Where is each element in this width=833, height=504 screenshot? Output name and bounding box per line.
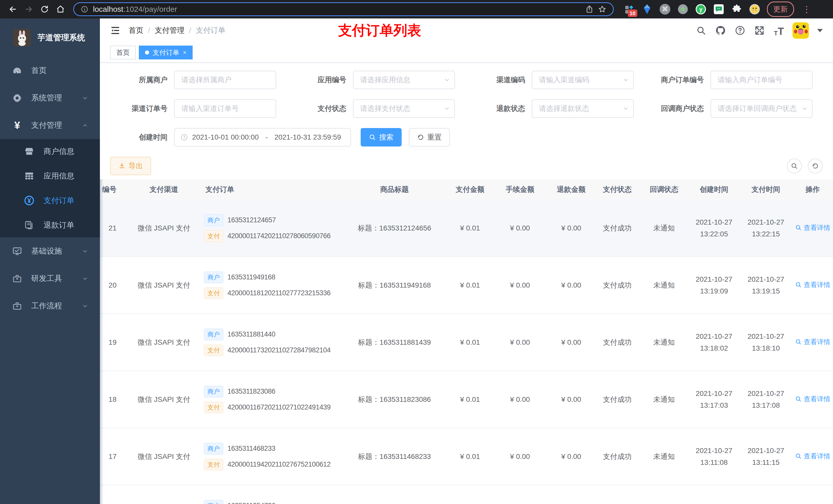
back-icon[interactable] <box>6 3 20 16</box>
channel-order-no: 4200001173202110272847982104 <box>228 346 330 354</box>
field-label: 退款状态 <box>468 104 532 114</box>
column-header: 创建时间 <box>688 185 740 194</box>
sidebar-item-merchant-info[interactable]: 商户信息 <box>0 139 100 164</box>
merchant-order-no: 1635311881440 <box>228 330 276 338</box>
date-range-picker[interactable]: 2021-10-01 00:00:00 - 2021-10-31 23:59:5… <box>174 128 351 146</box>
filter-channel-order-no: 渠道订单号 <box>110 99 283 118</box>
extensions-row: 10 ⌘ y 更新 ⋮ <box>623 2 827 17</box>
font-size-icon[interactable]: TT <box>773 25 785 37</box>
yen-circle-icon <box>24 195 35 206</box>
cell-channel: 微信 JSAPI 支付 <box>130 223 197 233</box>
merchant-input[interactable] <box>174 71 276 89</box>
cell-amount: ¥ 0.01 <box>448 338 492 346</box>
cell-actions: 查看详情 <box>791 338 833 347</box>
svg-text:y: y <box>699 6 703 13</box>
sidebar-item-system[interactable]: 系统管理 <box>0 84 100 112</box>
cell-fee: ¥ 0.00 <box>492 281 548 289</box>
merchant-order-no-input[interactable] <box>711 71 812 89</box>
github-icon[interactable] <box>715 25 727 37</box>
sidebar-item-workflow[interactable]: 工作流程 <box>0 292 100 320</box>
view-details-link[interactable]: 查看详情 <box>795 452 830 461</box>
breadcrumb-item[interactable]: 首页 <box>128 25 143 35</box>
cell-refund: ¥ 0.00 <box>548 224 594 232</box>
tab-label: 支付订单 <box>153 48 179 57</box>
cell-status: 支付成功 <box>594 394 640 404</box>
cell-title: 标题：1635312124656 <box>341 223 448 233</box>
url-bar[interactable]: localhost:1024/pay/order <box>73 2 614 16</box>
gem-extension-icon[interactable] <box>641 4 653 15</box>
app-id-select[interactable] <box>353 71 455 89</box>
browser-menu-icon[interactable]: ⋮ <box>802 4 811 14</box>
share-icon[interactable] <box>585 5 594 13</box>
sidebar-item-refund-order[interactable]: 退款订单 <box>0 213 100 237</box>
chat-extension-icon[interactable] <box>713 4 724 15</box>
tab-home[interactable]: 首页 <box>110 46 136 59</box>
search-icon[interactable] <box>695 25 707 37</box>
tab-bar: 首页 支付订单 × <box>100 43 833 63</box>
filter-merchant: 所属商户 <box>110 71 283 89</box>
user-avatar[interactable] <box>792 22 809 39</box>
cell-status: 支付成功 <box>594 223 640 233</box>
site-info-icon[interactable] <box>81 5 88 13</box>
sidebar-item-home[interactable]: 首页 <box>0 57 100 84</box>
cell-fee: ¥ 0.00 <box>492 453 548 461</box>
sidebar-item-infra[interactable]: 基础设施 <box>0 237 100 265</box>
merchant-tag: 商户 <box>204 500 223 504</box>
sidebar-item-payment[interactable]: ¥ 支付管理 <box>0 112 100 139</box>
puzzle-extensions-icon[interactable] <box>731 4 742 15</box>
sidebar-item-dev-tools[interactable]: 研发工具 <box>0 265 100 292</box>
cell-amount: ¥ 0.01 <box>448 395 492 404</box>
sidebar-item-app-info[interactable]: 应用信息 <box>0 164 100 188</box>
cell-status: 支付成功 <box>594 338 640 347</box>
cell-created: 2021-10-2713:22:05 <box>688 216 740 240</box>
emoji-profile-icon[interactable] <box>749 4 760 15</box>
home-icon[interactable] <box>54 3 67 16</box>
export-button[interactable]: 导出 <box>110 157 151 175</box>
cell-notify: 未通知 <box>640 452 688 461</box>
bookmark-star-icon[interactable] <box>598 5 606 13</box>
view-details-link[interactable]: 查看详情 <box>795 223 830 232</box>
field-label: 创建时间 <box>110 133 174 142</box>
table-row: 18 微信 JSAPI 支付 商户 1635311823086 支付 42000… <box>100 371 833 428</box>
view-details-link[interactable]: 查看详情 <box>795 394 830 404</box>
refresh-button[interactable] <box>808 159 823 173</box>
payment-submenu: 商户信息 应用信息 支付订单 <box>0 139 100 237</box>
table-body: 21 微信 JSAPI 支付 商户 1635312124657 支付 42000… <box>100 200 833 504</box>
close-icon[interactable]: × <box>183 49 187 56</box>
update-button[interactable]: 更新 <box>767 2 794 17</box>
search-button[interactable]: 搜索 <box>361 128 402 146</box>
channel-order-no-input[interactable] <box>174 99 276 118</box>
view-details-link[interactable]: 查看详情 <box>795 338 830 346</box>
extension-grid-icon[interactable]: 10 <box>623 4 635 15</box>
reset-button[interactable]: 重置 <box>409 128 450 146</box>
cell-order-numbers: 商户 1635311823086 支付 42000011672021102710… <box>197 382 341 417</box>
fullscreen-icon[interactable] <box>754 25 765 37</box>
channel-code-select[interactable] <box>532 71 634 89</box>
app-logo-block[interactable]: 芋道管理系统 <box>0 19 100 57</box>
filter-refund-status: 退款状态 <box>468 99 640 118</box>
sidebar-item-pay-order[interactable]: 支付订单 <box>0 188 100 213</box>
tab-pay-order[interactable]: 支付订单 × <box>139 46 193 59</box>
breadcrumb-item[interactable]: 支付管理 <box>155 25 185 35</box>
command-extension-icon[interactable]: ⌘ <box>659 4 671 15</box>
help-icon[interactable] <box>734 25 746 37</box>
table-toolbar: 导出 <box>110 157 823 175</box>
y-extension-icon[interactable]: y <box>695 4 707 15</box>
reload-icon[interactable] <box>38 3 51 16</box>
forward-icon[interactable] <box>22 3 35 16</box>
toggle-search-button[interactable] <box>787 159 802 173</box>
refund-status-select[interactable] <box>532 99 634 118</box>
cell-fee: ¥ 0.00 <box>492 338 548 346</box>
page-content: 所属商户 应用编号 渠道编码 商户订单编号 <box>100 63 833 504</box>
collapse-sidebar-icon[interactable] <box>110 25 120 35</box>
merchant-tag: 商户 <box>204 386 223 398</box>
avatar-caret-icon[interactable] <box>817 29 823 32</box>
dot-extension-icon[interactable] <box>677 4 689 15</box>
notify-status-select[interactable] <box>711 99 812 118</box>
view-details-link[interactable]: 查看详情 <box>795 281 830 289</box>
app-title: 芋道管理系统 <box>38 32 85 43</box>
pay-status-select[interactable] <box>353 99 455 118</box>
breadcrumb-item-current: 支付订单 <box>196 25 225 35</box>
column-header: 支付订单 <box>197 185 341 194</box>
cell-refund: ¥ 0.00 <box>548 395 594 404</box>
